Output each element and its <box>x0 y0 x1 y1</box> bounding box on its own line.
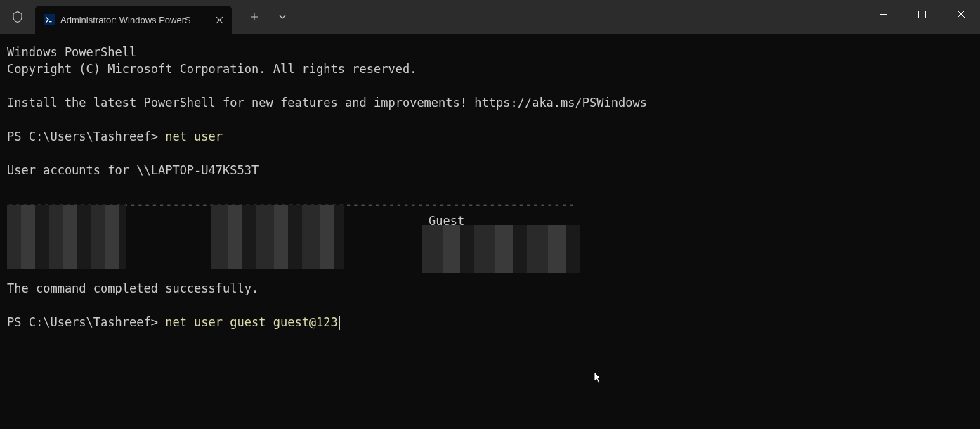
redacted-block <box>7 205 126 269</box>
prompt-line: PS C:\Users\Tashreef> net user guest gue… <box>7 314 973 331</box>
output-line <box>7 297 973 314</box>
output-line: The command completed successfully. <box>7 280 973 297</box>
output-line: Copyright (C) Microsoft Corporation. All… <box>7 60 973 77</box>
output-line <box>7 111 973 128</box>
tab-powershell[interactable]: Administrator: Windows PowerS <box>35 6 232 34</box>
close-tab-button[interactable] <box>212 13 226 27</box>
minimize-button[interactable] <box>864 0 903 28</box>
output-line <box>7 179 973 196</box>
powershell-icon <box>44 14 55 25</box>
new-tab-button[interactable] <box>240 3 268 31</box>
terminal-output[interactable]: Windows PowerShell Copyright (C) Microso… <box>0 34 980 340</box>
prompt-line: PS C:\Users\Tashreef> net user <box>7 128 973 145</box>
window-controls <box>864 0 980 28</box>
output-line <box>7 145 973 162</box>
shield-icon <box>0 0 35 34</box>
tab-dropdown-button[interactable] <box>268 3 296 31</box>
close-window-button[interactable] <box>941 0 980 28</box>
output-line: Windows PowerShell <box>7 44 973 60</box>
redacted-block <box>422 225 580 273</box>
redacted-block <box>211 205 344 269</box>
text-cursor <box>339 316 340 330</box>
output-line <box>7 77 973 94</box>
title-bar: Administrator: Windows PowerS <box>0 0 980 34</box>
tab-title: Administrator: Windows PowerS <box>60 15 207 25</box>
maximize-button[interactable] <box>903 0 941 28</box>
output-line: Install the latest PowerShell for new fe… <box>7 94 973 111</box>
output-line: User accounts for \\LAPTOP-U47KS53T <box>7 162 973 179</box>
svg-rect-6 <box>919 11 926 18</box>
mouse-pointer-icon <box>594 371 603 387</box>
output-line: ----------------------------------------… <box>7 196 973 212</box>
